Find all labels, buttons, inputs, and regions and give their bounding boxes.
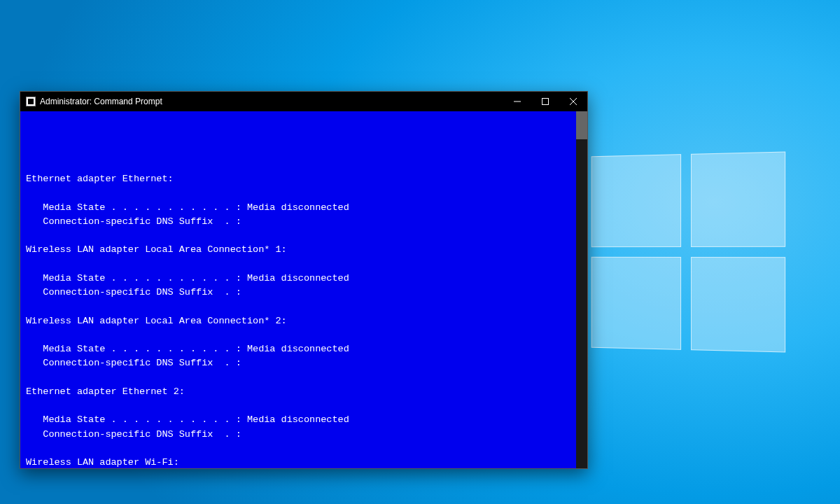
minimize-icon <box>514 98 521 105</box>
terminal-line: Connection-specific DNS Suffix . : <box>26 215 582 229</box>
terminal-line: Connection-specific DNS Suffix . : <box>26 286 582 300</box>
logo-pane <box>592 154 681 247</box>
windows-logo <box>592 152 785 353</box>
close-icon <box>570 98 577 105</box>
terminal-line <box>26 328 582 342</box>
titlebar[interactable]: Administrator: Command Prompt <box>20 92 587 111</box>
terminal-line <box>26 442 582 456</box>
logo-pane <box>691 152 785 247</box>
svg-rect-1 <box>542 99 549 105</box>
close-button[interactable] <box>559 92 587 111</box>
scrollbar-track[interactable] <box>576 111 587 468</box>
terminal-line: Ethernet adapter Ethernet 2: <box>26 385 582 399</box>
terminal-line: Media State . . . . . . . . . . . : Medi… <box>26 272 582 286</box>
terminal-line: Wireless LAN adapter Local Area Connecti… <box>26 314 582 328</box>
terminal-line: Media State . . . . . . . . . . . : Medi… <box>26 201 582 215</box>
terminal-line <box>26 399 582 413</box>
command-prompt-window: Administrator: Command Prompt Ethernet a… <box>20 91 588 469</box>
minimize-button[interactable] <box>503 92 531 111</box>
cmd-icon <box>26 97 36 106</box>
maximize-button[interactable] <box>531 92 559 111</box>
terminal-line <box>26 258 582 272</box>
logo-pane <box>691 257 785 352</box>
terminal-line <box>26 300 582 314</box>
terminal-line: Media State . . . . . . . . . . . : Medi… <box>26 413 582 427</box>
terminal-output[interactable]: Ethernet adapter Ethernet: Media State .… <box>20 111 587 468</box>
terminal-line <box>26 371 582 385</box>
terminal-line <box>26 229 582 243</box>
maximize-icon <box>542 98 549 105</box>
terminal-line: Wireless LAN adapter Local Area Connecti… <box>26 243 582 257</box>
terminal-line <box>26 186 582 200</box>
terminal-line: Ethernet adapter Ethernet: <box>26 172 582 186</box>
scrollbar-thumb[interactable] <box>576 111 587 139</box>
terminal-line: Wireless LAN adapter Wi-Fi: <box>26 456 582 468</box>
window-title: Administrator: Command Prompt <box>40 97 162 106</box>
logo-pane <box>592 257 681 350</box>
terminal-line: Connection-specific DNS Suffix . : <box>26 356 582 370</box>
terminal-line: Connection-specific DNS Suffix . : <box>26 428 582 442</box>
terminal-line <box>26 158 582 172</box>
terminal-line: Media State . . . . . . . . . . . : Medi… <box>26 342 582 356</box>
